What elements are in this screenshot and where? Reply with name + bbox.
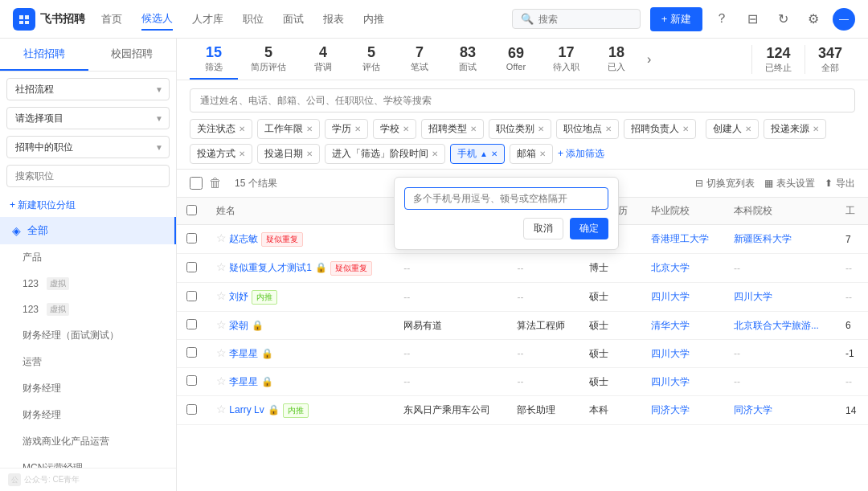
grad-school-link[interactable]: 北京大学 [651,262,690,273]
remove-filter-follow[interactable]: ✕ [239,125,245,133]
filter-date[interactable]: 投递日期 ✕ [257,144,320,164]
table-settings-button[interactable]: ▦ 表头设置 [764,177,815,190]
candidate-name-link[interactable]: 疑似重复人才测试1 [229,262,312,273]
filter-position-type[interactable]: 职位类别 ✕ [489,119,551,139]
grad-school-link[interactable]: 清华大学 [651,320,690,331]
undergrad-link[interactable]: 北京联合大学旅游... [734,320,819,331]
stage-more-icon[interactable]: › [641,52,657,67]
star-icon[interactable]: ☆ [216,260,227,273]
nav-report[interactable]: 报表 [323,9,344,30]
filter-location[interactable]: 职位地点 ✕ [556,119,619,139]
candidate-name-link[interactable]: 李星星 [229,348,258,359]
grad-school-link[interactable]: 同济大学 [651,404,690,415]
new-button[interactable]: + 新建 [650,7,702,31]
candidate-name-link[interactable]: Larry Lv [229,404,264,415]
stage-tab-offer[interactable]: 69 Offer [492,39,540,80]
stage-terminated[interactable]: 124 已终止 [751,45,805,74]
stage-tab-interview[interactable]: 83 面试 [444,39,492,80]
search-box[interactable]: 🔍 [512,9,641,29]
sidebar-item-123a[interactable]: 123 虚拟 [0,271,176,297]
grad-school-link[interactable]: 四川大学 [651,291,690,302]
filter-recruit-type[interactable]: 招聘类型 ✕ [421,119,484,139]
stage-tab-written[interactable]: 7 笔试 [395,39,444,80]
remove-filter-email[interactable]: ✕ [539,149,546,158]
candidate-name-link[interactable]: 赵志敏 [229,233,258,244]
filter-education[interactable]: 学历 ✕ [325,119,368,139]
remove-filter-education[interactable]: ✕ [354,125,361,133]
sidebar-item-product[interactable]: 产品 [0,244,176,271]
remove-filter-recruit-type[interactable]: ✕ [470,125,477,133]
tab-campus[interactable]: 校园招聘 [88,39,177,71]
toggle-wide-button[interactable]: ⊟ 切换宽列表 [695,177,755,190]
star-icon[interactable]: ☆ [216,374,227,387]
sidebar-item-finance-interview[interactable]: 财务经理（面试测试） [0,322,176,349]
nav-interview[interactable]: 面试 [283,9,304,30]
remove-filter-phone[interactable]: ✕ [491,149,497,158]
add-filter-button[interactable]: + 添加筛选 [558,147,604,161]
nav-candidate[interactable]: 候选人 [141,8,173,31]
phone-filter-cancel[interactable]: 取消 [523,218,563,239]
phone-filter-confirm[interactable]: 确定 [570,218,608,239]
candidate-search-input[interactable] [190,88,855,113]
filter-stage-time[interactable]: 进入「筛选」阶段时间 ✕ [325,144,445,164]
user-avatar[interactable]: — [833,8,855,31]
sidebar-item-game-ops[interactable]: 游戏商业化产品运营 [0,428,176,455]
sidebar-item-finance-b[interactable]: 财务经理 [0,402,176,428]
remove-filter-school[interactable]: ✕ [403,125,409,133]
settings-icon[interactable]: ⚙ [802,8,825,31]
row-checkbox[interactable] [186,404,197,415]
undergrad-link[interactable]: 同济大学 [734,404,772,415]
qrcode-icon[interactable]: ⊟ [741,8,764,31]
sidebar-item-mcn[interactable]: MCN运营经理 [0,455,176,468]
row-checkbox[interactable] [186,375,197,386]
remove-filter-creator[interactable]: ✕ [745,125,751,133]
candidate-name-link[interactable]: 梁朝 [229,320,248,331]
export-button[interactable]: ⬆ 导出 [825,177,855,190]
select-all-checkbox[interactable] [190,177,203,190]
stage-tab-onboard[interactable]: 17 待入职 [540,39,592,80]
row-checkbox[interactable] [186,291,197,301]
process-select[interactable]: 社招流程 [6,78,170,100]
filter-owner[interactable]: 招聘负责人 ✕ [624,119,696,139]
remove-filter-location[interactable]: ✕ [605,125,612,133]
star-icon[interactable]: ☆ [216,403,227,415]
remove-filter-owner[interactable]: ✕ [682,125,689,133]
position-filter-select[interactable]: 招聘中的职位 [6,136,170,158]
header-checkbox[interactable] [186,205,197,215]
remove-filter-stage-time[interactable]: ✕ [432,149,438,158]
sidebar-item-ops[interactable]: 运营 [0,349,176,375]
grad-school-link[interactable]: 四川大学 [651,376,690,387]
filter-follow-status[interactable]: 关注状态 ✕ [190,119,252,139]
new-group-button[interactable]: + 新建职位分组 [0,194,176,217]
phone-filter-input[interactable] [404,187,608,210]
project-select[interactable]: 请选择项目 [6,107,170,129]
filter-email[interactable]: 邮箱 ✕ [510,144,553,164]
sidebar-item-finance-a[interactable]: 财务经理 [0,375,176,402]
star-icon[interactable]: ☆ [216,289,227,302]
refresh-icon[interactable]: ↻ [772,8,794,31]
star-icon[interactable]: ☆ [216,318,227,331]
filter-channel[interactable]: 投递方式 ✕ [190,144,252,164]
filter-school[interactable]: 学校 ✕ [373,119,416,139]
grad-school-link[interactable]: 四川大学 [651,348,690,359]
filter-work-years[interactable]: 工作年限 ✕ [257,119,320,139]
tab-social[interactable]: 社招招聘 [0,39,88,71]
help-icon[interactable]: ？ [710,8,733,31]
grad-school-link[interactable]: 香港理工大学 [651,233,709,244]
remove-filter-work-years[interactable]: ✕ [306,125,313,133]
remove-filter-source[interactable]: ✕ [813,125,819,133]
sidebar-item-123b[interactable]: 123 虚拟 [0,297,176,322]
row-checkbox[interactable] [186,233,197,243]
undergrad-link[interactable]: 新疆医科大学 [734,233,792,244]
row-checkbox[interactable] [186,262,197,272]
stage-tab-bg[interactable]: 4 背调 [299,39,347,80]
delete-icon[interactable]: 🗑 [209,176,222,190]
stage-tab-screen[interactable]: 15 筛选 [190,39,238,80]
nav-home[interactable]: 首页 [101,9,122,30]
nav-referral[interactable]: 内推 [363,9,384,30]
filter-creator[interactable]: 创建人 ✕ [706,119,759,139]
undergrad-link[interactable]: 四川大学 [734,291,772,302]
position-search-input[interactable] [6,165,170,187]
star-icon[interactable]: ☆ [216,231,227,244]
stage-tab-resume[interactable]: 5 简历评估 [238,39,299,80]
